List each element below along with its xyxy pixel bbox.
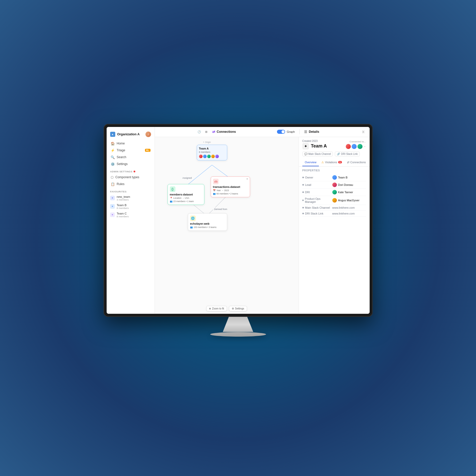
org-logo: ▲ [110, 132, 115, 137]
graph-settings-btn[interactable]: ⚙ Settings [229, 306, 247, 311]
details-label: Details [309, 130, 319, 134]
team-name-display: ✦ Team A [302, 143, 327, 150]
quick-links: 💬 Main Slack Channel 🔗 DRI Slack Link [302, 152, 366, 156]
favourite-name: Team B [117, 204, 129, 207]
sidebar-item-triage[interactable]: ⚡ Triage RL [109, 147, 153, 154]
favourite-info: Team B 8 members [117, 204, 129, 209]
transactions-dataset-node[interactable]: ✕ 🗃 transactions-dataset 📅 Year → 2023 👥 [211, 176, 250, 197]
slack-link-val[interactable]: www.linkhere.com [332, 206, 355, 209]
tab-connections[interactable]: ⇄ Connections [344, 159, 368, 166]
transactions-ds-name: transactions-dataset [213, 185, 248, 188]
prop-row-slack: Main Slack Channel www.linkhere.com [302, 205, 366, 211]
monitor-base [210, 332, 266, 337]
clock-icon-btn[interactable]: 🕐 [196, 129, 202, 135]
sidebar-item-home[interactable]: 🏠 Home [109, 140, 153, 147]
echolayer-web-node[interactable]: 🌐 echolayer-web 👥 153 members • 3 teams [188, 213, 227, 231]
graph-label: Graph [287, 130, 295, 133]
dri-dot [302, 191, 304, 193]
sidebar-header: ▲ Organization A J [107, 129, 155, 139]
assigned-label: Assigned [182, 176, 193, 179]
screen: ▲ Organization A J 🏠 Home ⚡ Triage RL [107, 127, 370, 314]
transactions-ds-prop1: 📅 Year → 2023 [213, 189, 248, 192]
favourite-meta: 8 members [117, 207, 129, 209]
prop-val-dri: Kate Tanner [332, 190, 353, 194]
dri-slack-link[interactable]: 🔗 DRI Slack Link [335, 152, 360, 156]
dri-slack-link-val[interactable]: www.linkhere.com [332, 212, 355, 215]
tab-violations[interactable]: ⚠ Violations 1 [319, 159, 344, 166]
connected-avatars: → [346, 144, 366, 149]
prop-key-label: Product Ops Manager [305, 197, 330, 203]
graph-bottom-controls: ⊕ Zoom to fit ⚙ Settings [206, 306, 247, 311]
year-icon: 📅 [213, 189, 216, 192]
graph-canvas: + Origin Team A 6 members [155, 137, 299, 314]
org-name: Organization A [117, 133, 143, 136]
sidebar-item-label: Search [117, 155, 126, 159]
graph-area[interactable]: + Origin Team A 6 members [155, 137, 299, 314]
favourite-meta: 4 members [117, 198, 130, 201]
expand-icon-btn[interactable]: ⊞ [204, 129, 209, 135]
sidebar-item-label: Component types [116, 175, 139, 179]
web-icon: 🌐 [190, 216, 196, 221]
new-team-icon: ✦ [110, 196, 115, 200]
prop-key-lead: Lead [302, 183, 330, 186]
team-a-node[interactable]: Team A 6 members [197, 145, 227, 160]
prop-row-dri-slack: DRI Slack Link www.linkhere.com [302, 211, 366, 217]
prop-key-owner: Owner [302, 176, 330, 179]
lead-avatar [332, 183, 337, 187]
web-prop1: 👥 153 members • 3 teams [190, 226, 225, 228]
collapse-btn[interactable]: ⟩⟨ [360, 129, 366, 135]
slack-dot [302, 207, 304, 208]
zoom-fit-btn[interactable]: ⊕ Zoom to fit [206, 306, 227, 311]
details-title: ☰ Details [304, 130, 319, 134]
connected-avatar-2 [352, 144, 357, 149]
prop-key-slack: Main Slack Channel [302, 206, 330, 209]
graph-toggle[interactable] [277, 130, 285, 134]
tab-overview[interactable]: Overview [302, 159, 319, 166]
zoom-fit-label: Zoom to fit [212, 307, 224, 310]
sidebar-item-rules[interactable]: 📋 Rules [109, 181, 153, 188]
favourite-item-new-team[interactable]: ✦ new_team 4 members [108, 194, 153, 202]
user-avatar[interactable]: J [145, 132, 151, 137]
dri-slack-dot [302, 213, 304, 214]
tab-violations-label: Violations [325, 161, 337, 164]
prop-val-text: Kate Tanner [338, 191, 353, 194]
monitor-frame: ▲ Organization A J 🏠 Home ⚡ Triage RL [104, 124, 373, 317]
avatar-1 [199, 155, 203, 158]
slack-channel-link[interactable]: 💬 Main Slack Channel [302, 152, 333, 156]
owner-avatar [332, 175, 337, 180]
team-node-members: 6 members [199, 151, 225, 153]
prop-key-label: Owner [305, 176, 313, 179]
connected-avatar-3 [357, 144, 363, 149]
prop-key-label: Main Slack Channel [305, 206, 330, 209]
people-icon2: 👥 [213, 192, 216, 195]
sidebar-item-component-types[interactable]: ⬡ Component types [109, 174, 153, 181]
prop-row-product-ops: Product Ops Manager Angus MacGyver [302, 196, 366, 205]
product-ops-dot [302, 200, 304, 201]
favourite-name: Team C [117, 212, 129, 215]
sidebar-item-search[interactable]: 🔍 Search [109, 154, 153, 161]
details-tabs: Overview ⚠ Violations 1 ⇄ [302, 159, 366, 166]
team-name-text: Team A [311, 143, 327, 149]
favourite-item-team-b[interactable]: ✦ Team B 8 members [108, 202, 153, 211]
favourite-info: Team C 8 members [117, 212, 129, 218]
connections-tab-icon: ⇄ [347, 161, 349, 164]
members-ds-prop2: 👥 23 members • 1 team [170, 200, 202, 203]
sidebar-item-label: Triage [117, 149, 125, 152]
product-ops-avatar [332, 198, 337, 203]
prop-val-product-ops: Angus MacGyver [332, 198, 359, 203]
dri-link-label: DRI Slack Link [341, 153, 358, 155]
prop-val-lead: Dori Doreau [332, 183, 353, 187]
prop-row-dri: DRI Kate Tanner [302, 189, 366, 196]
created-label: Created 2023 [302, 140, 327, 142]
tab-log[interactable]: 🔍 Log [368, 159, 369, 166]
members-dataset-node[interactable]: {} members-dataset 📍 Location → USA 👥 23… [168, 184, 204, 205]
prop-key-dri-slack: DRI Slack Link [302, 212, 330, 215]
monitor-stand [223, 317, 253, 332]
sidebar-item-label: Rules [117, 182, 125, 186]
members-ds-icon: {} [170, 186, 175, 192]
favourite-item-team-c[interactable]: ✦ Team C 8 members [108, 211, 153, 219]
node-close-btn[interactable]: ✕ [246, 178, 248, 180]
members-ds-name: members-dataset [170, 193, 202, 196]
top-bar: 🕐 ⊞ ⇄ Connections Graph [155, 127, 370, 137]
sidebar-item-settings[interactable]: ⚙️ Settings [109, 161, 153, 168]
